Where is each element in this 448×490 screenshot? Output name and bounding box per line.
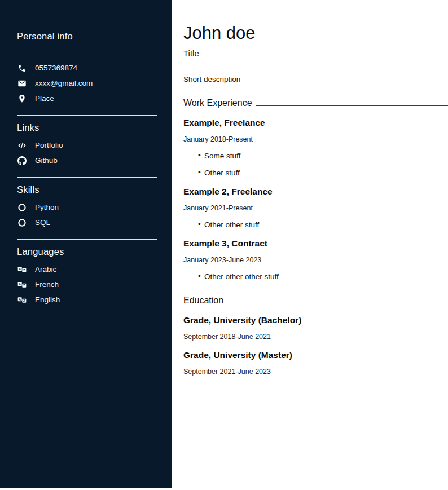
work-entry-bullet: Other stuff <box>183 169 448 177</box>
skill-item: Python <box>17 200 157 215</box>
translate-icon: AZ <box>17 280 27 289</box>
links-heading: Links <box>17 122 157 133</box>
work-entry-title: Example 3, Contract <box>183 239 448 249</box>
work-entry-title: Example 2, Freelance <box>183 187 448 197</box>
code-icon <box>17 140 27 150</box>
sidebar: Personal info 0557369874 xxxx@gmail.com … <box>0 0 172 488</box>
work-entry: Example 2, Freelance January 2021-Presen… <box>183 187 448 229</box>
github-link[interactable]: Github <box>17 153 157 168</box>
short-description: Short description <box>183 75 448 83</box>
resume-page: { "theme": { "sidebar_bg": "#07192b", "s… <box>0 0 448 490</box>
location-label: Place <box>35 94 54 103</box>
education-entry: Grade, University (Master) September 202… <box>183 350 448 376</box>
work-entry-bullet: Other other stuff <box>183 220 448 229</box>
work-entry: Example, Freelance January 2018-Present … <box>183 118 448 177</box>
education-heading: Education <box>183 295 448 306</box>
svg-text:Z: Z <box>23 284 25 287</box>
section-divider <box>17 177 157 178</box>
portfolio-link[interactable]: Portfolio <box>17 138 157 153</box>
language-item: AZ English <box>17 292 157 307</box>
work-experience-heading: Work Experience <box>183 98 448 108</box>
education-entry-title: Grade, University (Bachelor) <box>183 315 448 325</box>
skill-item: SQL <box>17 215 157 230</box>
person-title: Title <box>183 48 448 58</box>
email-item: xxxx@gmail.com <box>17 76 157 91</box>
svg-text:A: A <box>19 282 21 285</box>
person-name: John doe <box>183 24 448 43</box>
github-icon <box>17 156 27 165</box>
languages-section: Languages AZ Arabic AZ French AZ English <box>17 239 157 307</box>
svg-text:Z: Z <box>23 299 25 302</box>
language-label: English <box>35 295 60 304</box>
work-entry: Example 3, Contract January 2023-June 20… <box>183 239 448 281</box>
skills-heading: Skills <box>17 184 157 195</box>
education-entry-date: September 2018-June 2021 <box>183 333 448 341</box>
education-entry-title: Grade, University (Master) <box>183 350 448 360</box>
education-entry-date: September 2021-June 2023 <box>183 368 448 376</box>
work-entry-title: Example, Freelance <box>183 118 448 128</box>
skills-section: Skills Python SQL <box>17 177 157 230</box>
language-item: AZ French <box>17 277 157 292</box>
heading-rule <box>227 303 448 303</box>
work-entry-date: January 2023-June 2023 <box>183 256 448 264</box>
language-label: French <box>35 280 59 289</box>
personal-info-heading: Personal info <box>17 31 157 42</box>
svg-text:Z: Z <box>23 268 25 272</box>
section-divider <box>17 239 157 240</box>
work-entry-date: January 2018-Present <box>183 135 448 143</box>
email-address: xxxx@gmail.com <box>35 79 93 87</box>
phone-item: 0557369874 <box>17 60 157 76</box>
section-divider <box>17 55 157 55</box>
location-item: Place <box>17 91 157 106</box>
language-label: Arabic <box>35 265 56 273</box>
github-label: Github <box>35 156 58 165</box>
svg-text:A: A <box>19 297 21 301</box>
resume-body: John doe Title Short description Work Ex… <box>172 0 448 490</box>
education-entry: Grade, University (Bachelor) September 2… <box>183 315 448 341</box>
portfolio-label: Portfolio <box>35 141 63 149</box>
personal-info-section: Personal info 0557369874 xxxx@gmail.com … <box>17 31 157 106</box>
work-entry-bullet: Some stuff <box>183 152 448 160</box>
svg-text:A: A <box>19 267 21 270</box>
circle-icon <box>17 202 27 212</box>
circle-icon <box>17 218 27 227</box>
work-experience-heading-label: Work Experience <box>183 98 252 108</box>
phone-icon <box>17 63 27 73</box>
languages-heading: Languages <box>17 246 157 257</box>
phone-number: 0557369874 <box>35 64 77 72</box>
location-icon <box>17 94 27 103</box>
translate-icon: AZ <box>17 264 27 274</box>
links-section: Links Portfolio Github <box>17 115 157 168</box>
skill-label: SQL <box>35 218 50 227</box>
work-entry-date: January 2021-Present <box>183 204 448 212</box>
heading-rule <box>256 105 448 106</box>
translate-icon: AZ <box>17 295 27 304</box>
language-item: AZ Arabic <box>17 262 157 277</box>
work-entry-bullet: Other other other stuff <box>183 272 448 281</box>
section-divider <box>17 115 157 116</box>
education-heading-label: Education <box>183 295 223 306</box>
email-icon <box>17 78 27 88</box>
skill-label: Python <box>35 203 59 211</box>
